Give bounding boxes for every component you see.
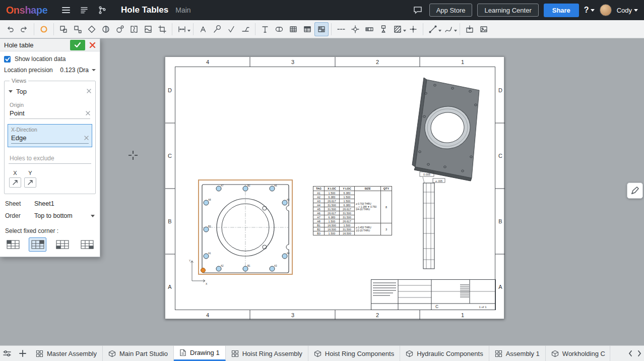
zone-label: 2 bbox=[376, 312, 379, 318]
feedback-chat-icon[interactable] bbox=[411, 4, 424, 17]
chevron-down-icon bbox=[591, 9, 595, 12]
hamburger-menu-icon[interactable] bbox=[59, 4, 73, 17]
point-button[interactable] bbox=[406, 22, 420, 36]
tab-assembly-1[interactable]: Assembly 1 bbox=[489, 346, 546, 361]
insert-view-button[interactable] bbox=[56, 22, 71, 36]
crop-view-button[interactable] bbox=[155, 22, 169, 36]
app-store-button[interactable]: App Store bbox=[429, 4, 473, 17]
scroll-tabs-right-button[interactable] bbox=[635, 350, 644, 357]
sheet-count-label: 1 of 1 bbox=[479, 306, 487, 309]
zone-label: 1 bbox=[461, 59, 464, 65]
flip-x-direction-button[interactable] bbox=[9, 177, 21, 188]
chevron-down-icon bbox=[91, 215, 95, 217]
origin-label: Origin bbox=[10, 102, 90, 108]
confirm-button[interactable] bbox=[70, 40, 85, 50]
dimension-button[interactable] bbox=[175, 22, 189, 36]
center-mark-button[interactable] bbox=[348, 22, 362, 36]
hole-table-header: X LOC bbox=[325, 187, 340, 191]
chevron-down-icon[interactable] bbox=[9, 90, 13, 93]
sheet-hole-table[interactable]: TAG X LOC Y LOC SIZE QTY A11.5006.383⌀ 0… bbox=[313, 186, 392, 235]
table-button[interactable] bbox=[286, 22, 300, 36]
tab-manager-icon[interactable] bbox=[0, 346, 15, 361]
drawing-sheet[interactable]: 4 3 2 1 4 3 2 1 D C B A D C B A bbox=[165, 56, 504, 319]
holes-to-exclude-input[interactable] bbox=[9, 153, 91, 164]
onshape-logo[interactable]: Onshape bbox=[6, 5, 47, 16]
front-view[interactable]: A1 A2 A3 A4 A5 A6 A7 A8 B1 B2 B3 bbox=[189, 180, 292, 285]
insert-image-button[interactable] bbox=[477, 22, 491, 36]
flip-y-direction-button[interactable] bbox=[24, 177, 36, 188]
origin-point[interactable] bbox=[201, 268, 206, 273]
tab-hoist-ring-components[interactable]: Hoist Ring Components bbox=[308, 346, 400, 361]
redo-button[interactable] bbox=[17, 22, 31, 36]
hole-tag: A4 bbox=[287, 252, 290, 255]
datum-button[interactable] bbox=[376, 22, 391, 36]
undo-button[interactable] bbox=[3, 22, 17, 36]
share-button[interactable]: Share bbox=[544, 4, 579, 17]
detail-view-button[interactable] bbox=[113, 22, 127, 36]
zone-label: B bbox=[498, 218, 502, 224]
side-view[interactable]: 0.005 ⌀ .005 bbox=[420, 172, 445, 269]
origin-selection[interactable]: Point bbox=[10, 109, 90, 119]
close-dialog-button[interactable] bbox=[89, 42, 96, 48]
note-button[interactable] bbox=[196, 22, 210, 36]
document-panel-icon[interactable] bbox=[78, 4, 91, 17]
hole-tag: B3 bbox=[208, 225, 211, 228]
learning-center-button[interactable]: Learning Center bbox=[477, 4, 538, 17]
section-view-button[interactable] bbox=[99, 22, 113, 36]
new-tab-button[interactable] bbox=[15, 346, 30, 361]
fixed-corner-top-right-button[interactable] bbox=[29, 237, 46, 252]
text-button[interactable] bbox=[258, 22, 272, 36]
break-out-section-button[interactable] bbox=[141, 22, 155, 36]
user-avatar[interactable] bbox=[600, 4, 612, 16]
scroll-tabs-left-button[interactable] bbox=[626, 350, 635, 357]
isometric-view[interactable] bbox=[412, 78, 479, 181]
fixed-corner-bottom-left-button[interactable] bbox=[53, 237, 71, 252]
tab-hydraulic-components[interactable]: Hydraulic Components bbox=[400, 346, 489, 361]
surface-finish-button[interactable] bbox=[224, 22, 238, 36]
x-direction-selection[interactable]: Edge bbox=[11, 134, 89, 144]
versions-icon[interactable] bbox=[96, 4, 109, 17]
tab-master-assembly[interactable]: Master Assembly bbox=[30, 346, 103, 361]
drawing-canvas[interactable]: 4 3 2 1 4 3 2 1 D C B A D C B A bbox=[0, 38, 644, 345]
hole-table-header: SIZE bbox=[355, 187, 381, 191]
clear-origin-button[interactable] bbox=[86, 110, 90, 117]
spline-tool-button[interactable] bbox=[441, 22, 456, 36]
bom-table-button[interactable] bbox=[300, 22, 314, 36]
spline-menu-caret[interactable] bbox=[454, 25, 457, 34]
weld-symbol-button[interactable] bbox=[238, 22, 252, 36]
hole-table-header: QTY bbox=[381, 187, 392, 191]
clear-x-direction-button[interactable] bbox=[84, 135, 89, 142]
zone-label: C bbox=[498, 153, 502, 159]
view-item[interactable]: Top bbox=[9, 86, 91, 97]
dimension-menu-caret[interactable] bbox=[187, 25, 190, 34]
help-icon: ? bbox=[584, 6, 589, 15]
auxiliary-view-button[interactable] bbox=[85, 22, 99, 36]
projected-view-button[interactable] bbox=[71, 22, 85, 36]
tab-main-part-studio[interactable]: Main Part Studio bbox=[103, 346, 174, 361]
markup-tool-button[interactable] bbox=[627, 183, 643, 199]
hole-table-button[interactable] bbox=[314, 22, 329, 36]
tab-drawing-1[interactable]: Drawing 1 bbox=[174, 346, 226, 361]
line-tool-button[interactable] bbox=[426, 22, 440, 36]
user-menu[interactable]: Cody bbox=[617, 7, 638, 14]
fixed-corner-bottom-right-button[interactable] bbox=[78, 237, 96, 252]
tab-workholding[interactable]: Workholding C bbox=[546, 346, 610, 361]
inspection-symbol-button[interactable] bbox=[272, 22, 286, 36]
update-drawing-button[interactable] bbox=[37, 22, 51, 36]
tab-hoist-ring-assembly[interactable]: Hoist Ring Assembly bbox=[226, 346, 308, 361]
balloon-button[interactable] bbox=[210, 22, 224, 36]
centerline-button[interactable] bbox=[334, 22, 348, 36]
order-select[interactable]: Top to bottom bbox=[34, 212, 95, 219]
show-location-checkbox[interactable] bbox=[4, 56, 11, 63]
fixed-corner-top-left-button[interactable] bbox=[4, 237, 22, 252]
broken-view-button[interactable] bbox=[127, 22, 141, 36]
location-precision-select[interactable]: 0.123 (Dra bbox=[60, 67, 96, 74]
geometric-tolerance-button[interactable] bbox=[362, 22, 376, 36]
workspace-name[interactable]: Main bbox=[175, 6, 190, 14]
origin-field: Origin Point bbox=[9, 102, 91, 119]
remove-view-button[interactable] bbox=[87, 88, 91, 95]
hatch-button[interactable] bbox=[391, 22, 405, 36]
help-menu[interactable]: ? bbox=[584, 6, 595, 15]
export-dxf-dwg-button[interactable] bbox=[463, 22, 477, 36]
y-axis-label: Y bbox=[28, 170, 32, 176]
